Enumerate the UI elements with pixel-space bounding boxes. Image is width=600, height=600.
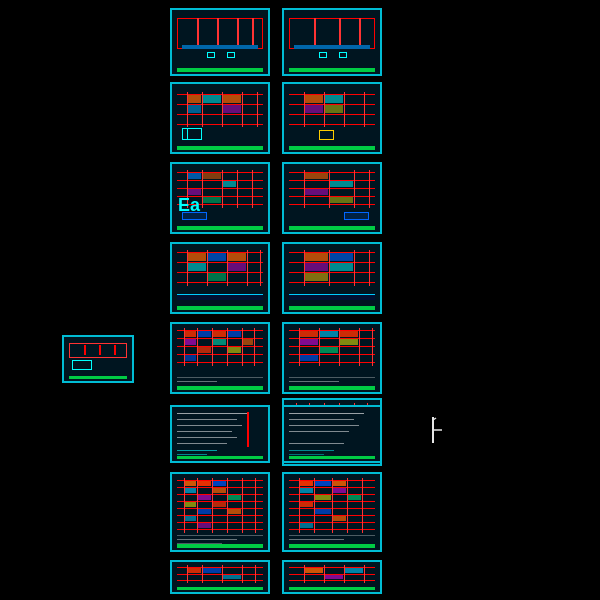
blueprint-card-6 (282, 162, 382, 234)
blueprint-card-schedule-2 (282, 405, 382, 463)
blueprint-card-8 (282, 242, 382, 314)
blueprint-card-4 (282, 82, 382, 154)
blueprint-card-large-1 (170, 472, 270, 552)
architectural-symbol (428, 415, 448, 450)
blueprint-card-large-2 (282, 472, 382, 552)
blueprint-card-bottom-1 (170, 560, 270, 594)
blueprint-card-9 (170, 322, 270, 394)
blueprint-card-1 (170, 8, 270, 76)
ea-label: Ea (178, 195, 200, 216)
blueprint-card-bottom-2 (282, 560, 382, 594)
blueprint-card-10 (282, 322, 382, 394)
blueprint-card-schedule-1 (170, 405, 270, 463)
drawing-area: Ea (0, 0, 600, 600)
blueprint-card-3 (170, 82, 270, 154)
blueprint-card-small (62, 335, 134, 383)
blueprint-card-2 (282, 8, 382, 76)
blueprint-card-7 (170, 242, 270, 314)
